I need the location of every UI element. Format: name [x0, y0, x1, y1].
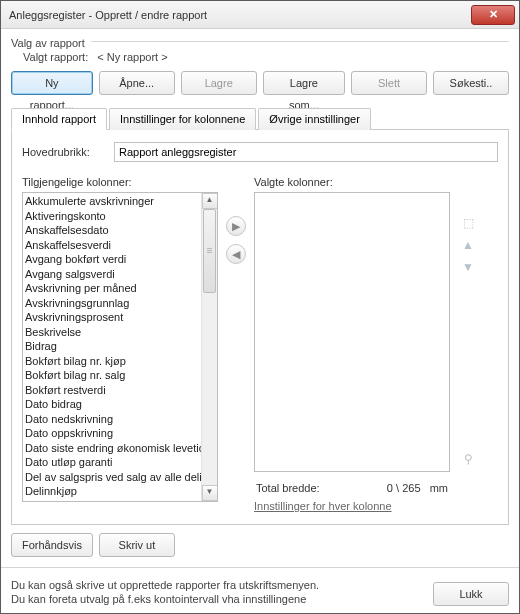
- close-button[interactable]: ✕: [471, 5, 515, 25]
- list-item[interactable]: Delinnkjøp: [25, 484, 199, 499]
- list-item[interactable]: Anskaffelsesdato: [25, 223, 199, 238]
- forhandsvis-button[interactable]: Forhåndsvis: [11, 533, 93, 557]
- titlebar: Anleggsregister - Opprett / endre rappor…: [1, 1, 519, 29]
- lagre-button[interactable]: Lagre: [181, 71, 257, 95]
- list-item[interactable]: Aktiveringskonto: [25, 209, 199, 224]
- scroll-up-button[interactable]: ▲: [202, 193, 218, 209]
- list-item[interactable]: Del av salgspris ved salg av alle delinn: [25, 470, 199, 485]
- available-columns-label: Tilgjengelige kolonner:: [22, 176, 218, 188]
- tab-innstillinger-kolonnene[interactable]: Innstillinger for kolonnene: [109, 108, 256, 130]
- scroll-track[interactable]: [202, 209, 217, 485]
- hovedrubrikk-label: Hovedrubrikk:: [22, 146, 114, 158]
- move-buttons: ▶ ◀: [224, 176, 248, 512]
- report-buttons: Ny rapport... Åpne... Lagre Lagre som...…: [11, 71, 509, 101]
- remove-column-button[interactable]: ◀: [226, 244, 246, 264]
- footer-line2: Du kan foreta utvalg på f.eks kontointer…: [11, 592, 423, 606]
- add-column-button[interactable]: ▶: [226, 216, 246, 236]
- ny-rapport-button[interactable]: Ny rapport...: [11, 71, 93, 95]
- preview-print-row: Forhåndsvis Skriv ut: [11, 525, 509, 557]
- available-columns-listbox[interactable]: Akkumulerte avskrivningerAktiveringskont…: [22, 192, 218, 502]
- tab-content: Hovedrubrikk: Tilgjengelige kolonner: Ak…: [11, 130, 509, 525]
- list-item[interactable]: Avgang bokført verdi: [25, 252, 199, 267]
- close-icon: ✕: [489, 8, 498, 21]
- list-item[interactable]: Anskaffelsesverdi: [25, 238, 199, 253]
- list-item[interactable]: Avgang salgsverdi: [25, 267, 199, 282]
- lukk-button[interactable]: Lukk: [433, 582, 509, 606]
- list-item[interactable]: Bokført restverdi: [25, 383, 199, 398]
- valg-av-rapport-group: Valg av rapport Valgt rapport: < Ny rapp…: [11, 37, 509, 101]
- lagre-som-button[interactable]: Lagre som...: [263, 71, 345, 95]
- hovedrubrikk-input[interactable]: [114, 142, 498, 162]
- list-item[interactable]: Dato siste endring økonomisk levetid: [25, 441, 199, 456]
- selected-columns-label: Valgte kolonner:: [254, 176, 450, 188]
- move-top-icon[interactable]: ⬚: [459, 216, 477, 230]
- list-item[interactable]: Dato oppskrivning: [25, 426, 199, 441]
- total-bredde-value: 0 \ 265: [387, 482, 421, 494]
- list-item[interactable]: Dato utløp garanti: [25, 455, 199, 470]
- valgt-rapport-value: < Ny rapport >: [97, 51, 167, 63]
- skrivut-button[interactable]: Skriv ut: [99, 533, 175, 557]
- tab-ovrige-innstillinger[interactable]: Øvrige innstillinger: [258, 108, 370, 130]
- list-item[interactable]: Avskrivning per måned: [25, 281, 199, 296]
- list-item[interactable]: Akkumulerte avskrivninger: [25, 194, 199, 209]
- slett-button[interactable]: Slett: [351, 71, 427, 95]
- move-up-icon[interactable]: ▲: [459, 238, 477, 252]
- tab-innhold-rapport[interactable]: Innhold rapport: [11, 108, 107, 130]
- valgt-rapport-label: Valgt rapport:: [23, 51, 88, 63]
- selected-columns-listbox[interactable]: [254, 192, 450, 472]
- scrollbar[interactable]: ▲ ▼: [201, 193, 217, 501]
- list-item[interactable]: Bokført bilag nr. kjøp: [25, 354, 199, 369]
- window-title: Anleggsregister - Opprett / endre rappor…: [9, 9, 471, 21]
- innstillinger-kolonne-link[interactable]: Innstillinger for hver kolonne: [254, 500, 450, 512]
- list-item[interactable]: Dato nedskrivning: [25, 412, 199, 427]
- list-item[interactable]: Etter oppskrivning/bidrag: [25, 499, 199, 502]
- scroll-down-button[interactable]: ▼: [202, 485, 218, 501]
- chevron-left-icon: ◀: [232, 248, 240, 261]
- scroll-thumb[interactable]: [203, 209, 216, 293]
- chevron-right-icon: ▶: [232, 220, 240, 233]
- move-down-icon[interactable]: ▼: [459, 260, 477, 274]
- order-buttons: ⬚ ▲ ▼ ⚲: [456, 176, 480, 512]
- total-bredde-unit: mm: [430, 482, 448, 494]
- total-bredde-label: Total bredde:: [256, 482, 320, 494]
- footer-line1: Du kan også skrive ut opprettede rapport…: [11, 578, 423, 592]
- sokesti-button[interactable]: Søkesti..: [433, 71, 509, 95]
- list-item[interactable]: Avskrivningsprosent: [25, 310, 199, 325]
- list-item[interactable]: Beskrivelse: [25, 325, 199, 340]
- footer: Du kan også skrive ut opprettede rapport…: [1, 567, 519, 614]
- apne-button[interactable]: Åpne...: [99, 71, 175, 95]
- list-item[interactable]: Dato bidrag: [25, 397, 199, 412]
- list-item[interactable]: Bokført bilag nr. salg: [25, 368, 199, 383]
- valg-legend: Valg av rapport: [11, 37, 91, 49]
- list-item[interactable]: Avskrivningsgrunnlag: [25, 296, 199, 311]
- list-item[interactable]: Bidrag: [25, 339, 199, 354]
- tab-strip: Innhold rapport Innstillinger for kolonn…: [11, 107, 509, 130]
- anchor-icon[interactable]: ⚲: [459, 452, 477, 466]
